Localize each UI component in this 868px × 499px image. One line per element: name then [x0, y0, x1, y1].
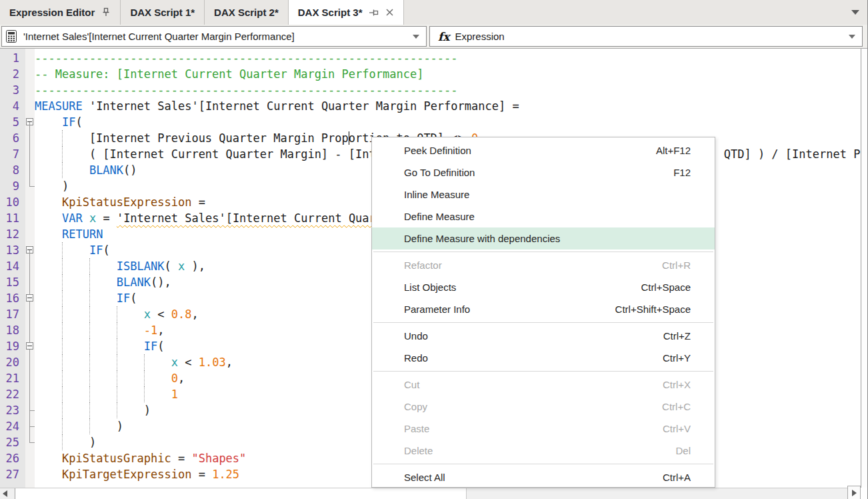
menu-item-shortcut: Del — [675, 445, 715, 456]
expression-selector-value: Expression — [455, 31, 842, 42]
horizontal-scrollbar-thumb[interactable] — [15, 488, 467, 499]
pin-icon[interactable] — [369, 8, 379, 17]
code-line[interactable]: 3---------------------------------------… — [0, 82, 861, 98]
fx-icon: fx — [438, 30, 449, 43]
measure-selector-value: 'Internet Sales'[Internet Current Quarte… — [23, 31, 406, 42]
token-def: = — [191, 195, 205, 209]
fold-marker[interactable] — [25, 338, 35, 354]
fold-marker[interactable] — [25, 114, 35, 130]
fold-margin-cell — [25, 194, 35, 210]
token-def: () — [123, 163, 137, 177]
expression-selector-dropdown[interactable]: fx Expression — [429, 26, 863, 47]
indent-guide — [144, 370, 145, 386]
menu-item-shortcut: F12 — [673, 167, 715, 178]
menu-item-define-measure-with-dependencies[interactable]: Define Measure with dependencies — [372, 227, 715, 250]
menu-item-list-objects[interactable]: List ObjectsCtrl+Space — [372, 276, 715, 298]
tab-expression-editor[interactable]: Expression Editor — [0, 0, 121, 25]
token-var: x — [144, 308, 151, 321]
menu-item-label: Inline Measure — [372, 189, 691, 200]
line-number: 11 — [0, 210, 25, 226]
line-number: 24 — [0, 418, 25, 434]
tab-dax-script-1[interactable]: DAX Script 1* — [121, 0, 205, 25]
close-icon[interactable] — [385, 8, 394, 17]
menu-item-label: Paste — [372, 423, 663, 434]
line-number: 15 — [0, 274, 25, 290]
menu-item-define-measure[interactable]: Define Measure — [372, 205, 715, 227]
fold-marker[interactable] — [25, 242, 35, 258]
indent-guide — [117, 338, 117, 354]
token-var: x — [171, 356, 178, 369]
menu-item-shortcut: Ctrl+Y — [663, 352, 715, 364]
token-kw: VAR — [62, 211, 83, 225]
token-def — [35, 372, 171, 385]
indent-guide — [62, 354, 63, 370]
tab-label: DAX Script 3* — [298, 7, 363, 18]
token-com: -- Measure: [Internet Current Quarter Ma… — [35, 67, 423, 81]
token-def — [35, 260, 117, 273]
line-number: 18 — [0, 322, 25, 338]
text-caret — [349, 131, 349, 145]
menu-item-shortcut: Ctrl+C — [662, 401, 715, 412]
code-text: MEASURE 'Internet Sales'[Internet Curren… — [35, 98, 861, 114]
tab-dax-script-2[interactable]: DAX Script 2* — [205, 0, 289, 25]
code-line[interactable]: 5 IF( — [0, 114, 861, 130]
menu-item-go-to-definition[interactable]: Go To DefinitionF12 — [372, 161, 715, 183]
menu-separator — [372, 320, 715, 325]
indent-guide — [62, 242, 63, 258]
menu-item-select-all[interactable]: Select AllCtrl+A — [372, 466, 715, 488]
menu-item-undo[interactable]: UndoCtrl+Z — [372, 325, 715, 347]
token-def — [35, 227, 62, 241]
token-kw: IF — [117, 292, 130, 305]
token-com: ----------------------------------------… — [35, 83, 458, 97]
fold-marker — [25, 370, 35, 386]
code-line[interactable]: 1---------------------------------------… — [0, 50, 861, 66]
indent-guide — [89, 338, 90, 354]
horizontal-scrollbar[interactable] — [0, 488, 867, 499]
measure-selector-dropdown[interactable]: 'Internet Sales'[Internet Current Quarte… — [1, 26, 427, 47]
fold-margin-cell — [25, 210, 35, 226]
token-kw: BLANK — [117, 276, 151, 289]
scroll-right-button[interactable] — [847, 486, 861, 499]
code-line[interactable]: 2-- Measure: [Internet Current Quarter M… — [0, 66, 861, 82]
token-def: ( — [157, 340, 164, 353]
token-def: ) — [35, 420, 123, 433]
menu-item-parameter-info[interactable]: Parameter InfoCtrl+Shift+Space — [372, 298, 715, 320]
line-number: 9 — [0, 178, 25, 194]
scroll-left-icon[interactable] — [3, 490, 7, 497]
indent-guide — [62, 130, 63, 146]
tab-dax-script-3[interactable]: DAX Script 3* — [289, 0, 405, 25]
vertical-scrollbar[interactable] — [861, 49, 867, 488]
indent-guide — [117, 386, 117, 402]
indent-guide — [89, 418, 90, 434]
menu-separator — [372, 462, 715, 466]
fold-marker[interactable] — [25, 290, 35, 306]
token-num: 1.25 — [212, 468, 239, 481]
menu-item-shortcut: Ctrl+V — [663, 423, 715, 434]
indent-guide — [117, 354, 117, 370]
indent-guide — [62, 322, 63, 338]
pin-icon[interactable] — [101, 7, 111, 17]
tab-overflow-menu[interactable] — [851, 0, 859, 25]
token-kw: ISBLANK — [117, 260, 165, 273]
token-def: ( — [130, 292, 137, 305]
menu-item-peek-definition[interactable]: Peek DefinitionAlt+F12 — [372, 139, 715, 161]
token-var: x — [89, 211, 96, 225]
token-kw: RETURN — [62, 227, 103, 241]
menu-item-label: Select All — [372, 472, 663, 483]
indent-guide — [117, 322, 117, 338]
menu-item-shortcut: Ctrl+Z — [663, 330, 715, 342]
token-num: 0 — [171, 372, 178, 385]
indent-guide — [62, 418, 63, 434]
menu-item-redo[interactable]: RedoCtrl+Y — [372, 347, 715, 369]
token-def: , — [178, 372, 185, 385]
token-def — [83, 211, 89, 225]
code-line[interactable]: 4MEASURE 'Internet Sales'[Internet Curre… — [0, 98, 861, 114]
line-number: 5 — [0, 114, 25, 130]
indent-guide — [89, 386, 90, 402]
indent-guide — [117, 370, 117, 386]
menu-item-inline-measure[interactable]: Inline Measure — [372, 183, 715, 205]
token-def — [35, 211, 62, 225]
token-def: ( — [75, 115, 82, 129]
line-number: 25 — [0, 434, 25, 450]
fold-marker — [25, 274, 35, 290]
